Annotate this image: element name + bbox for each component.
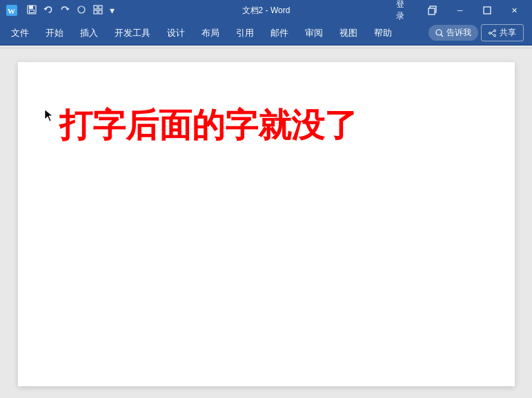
quick-access-toolbar: ▾ bbox=[25, 3, 117, 18]
tab-home[interactable]: 开始 bbox=[37, 21, 72, 46]
close-button[interactable]: ✕ bbox=[502, 0, 526, 21]
search-icon bbox=[435, 29, 444, 37]
quick-access-dropdown[interactable]: ▾ bbox=[108, 3, 117, 17]
document-page[interactable]: 打字后面的字就没了 bbox=[18, 62, 515, 386]
title-bar-controls: 登录 ─ ✕ bbox=[396, 0, 526, 22]
title-bar: W bbox=[0, 0, 532, 21]
share-icon bbox=[489, 29, 497, 37]
tab-design[interactable]: 设计 bbox=[159, 21, 193, 46]
redo-button[interactable] bbox=[58, 3, 72, 18]
restore-button[interactable] bbox=[421, 0, 445, 21]
document-area: 打字后面的字就没了 bbox=[0, 48, 532, 398]
svg-line-20 bbox=[491, 33, 494, 35]
svg-text:W: W bbox=[8, 7, 15, 15]
search-label: 告诉我 bbox=[446, 27, 471, 39]
minimize-button[interactable]: ─ bbox=[448, 0, 472, 21]
view-button[interactable] bbox=[91, 3, 105, 18]
undo-button[interactable] bbox=[41, 3, 55, 18]
svg-rect-12 bbox=[428, 8, 435, 14]
svg-rect-10 bbox=[99, 10, 102, 14]
svg-rect-5 bbox=[30, 10, 34, 12]
save-button[interactable] bbox=[25, 3, 39, 18]
tab-review[interactable]: 审阅 bbox=[297, 21, 331, 46]
tab-view[interactable]: 视图 bbox=[331, 21, 366, 46]
title-bar-title: 文档2 - Word bbox=[136, 5, 397, 17]
svg-line-19 bbox=[491, 31, 494, 33]
search-box[interactable]: 告诉我 bbox=[428, 25, 478, 41]
login-button[interactable]: 登录 bbox=[396, 0, 413, 22]
svg-point-6 bbox=[78, 6, 85, 13]
tab-help[interactable]: 帮助 bbox=[366, 21, 400, 46]
share-button[interactable]: 共享 bbox=[481, 24, 524, 41]
tab-developer[interactable]: 开发工具 bbox=[106, 21, 159, 46]
svg-rect-8 bbox=[99, 6, 102, 9]
maximize-button[interactable] bbox=[475, 0, 499, 21]
tab-references[interactable]: 引用 bbox=[228, 21, 262, 46]
title-bar-left: W bbox=[6, 3, 136, 18]
svg-point-18 bbox=[489, 32, 491, 34]
svg-rect-9 bbox=[94, 10, 97, 14]
tab-layout[interactable]: 布局 bbox=[193, 21, 228, 46]
word-icon: W bbox=[6, 4, 18, 17]
ribbon: 文件 开始 插入 开发工具 设计 布局 引用 邮件 审阅 视图 帮助 告诉我 bbox=[0, 21, 532, 46]
svg-point-16 bbox=[494, 30, 496, 32]
document-title: 文档2 - Word bbox=[242, 6, 290, 15]
svg-rect-7 bbox=[94, 6, 97, 9]
tab-mailings[interactable]: 邮件 bbox=[262, 21, 297, 46]
mouse-cursor bbox=[44, 109, 54, 123]
svg-point-14 bbox=[436, 30, 442, 35]
circle-button[interactable] bbox=[75, 3, 88, 18]
svg-rect-3 bbox=[29, 6, 33, 9]
share-label: 共享 bbox=[500, 27, 516, 39]
tab-insert[interactable]: 插入 bbox=[72, 21, 106, 46]
svg-rect-13 bbox=[484, 7, 491, 14]
document-main-text[interactable]: 打字后面的字就没了 bbox=[59, 103, 473, 148]
tab-file[interactable]: 文件 bbox=[3, 21, 37, 46]
svg-point-17 bbox=[494, 34, 496, 37]
ribbon-right: 告诉我 共享 bbox=[428, 24, 529, 41]
svg-line-15 bbox=[441, 34, 443, 37]
